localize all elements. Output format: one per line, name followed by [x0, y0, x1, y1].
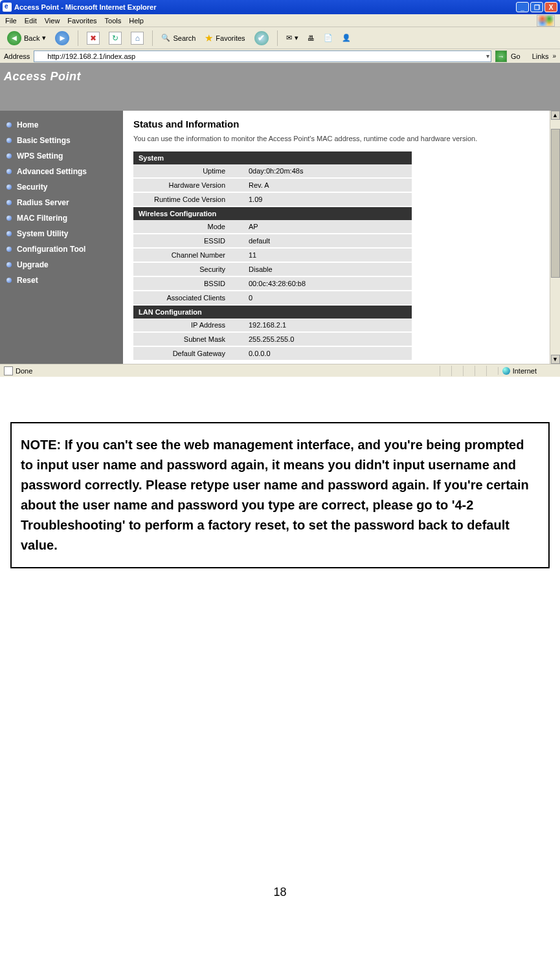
- cell-value: 00:0c:43:28:60:b8: [243, 276, 412, 291]
- close-button[interactable]: X: [544, 2, 557, 12]
- cell-label: Security: [133, 262, 243, 276]
- zone-label: Internet: [513, 367, 537, 375]
- favorites-button[interactable]: ★ Favorites: [201, 30, 248, 46]
- sidebar-item-home[interactable]: Home: [0, 117, 123, 133]
- address-dropdown-icon[interactable]: ▾: [486, 52, 489, 60]
- status-text: Done: [16, 367, 32, 375]
- edit-icon: 📄: [324, 34, 333, 42]
- sidebar-item-radius-server[interactable]: Radius Server: [0, 195, 123, 210]
- menu-tools[interactable]: Tools: [105, 17, 122, 25]
- separator: [152, 30, 153, 46]
- bullet-icon: [6, 247, 12, 252]
- refresh-button[interactable]: ↻: [106, 30, 125, 46]
- scroll-down-icon[interactable]: ▼: [551, 355, 560, 364]
- edit-button[interactable]: 📄: [320, 30, 336, 46]
- dropdown-icon: ▾: [295, 34, 298, 42]
- cell-value: 255.255.255.0: [243, 332, 412, 346]
- bullet-icon: [6, 138, 12, 143]
- section-header: Wireless Configuration: [133, 207, 412, 220]
- star-icon: ★: [205, 32, 213, 44]
- menu-view[interactable]: View: [45, 17, 60, 25]
- links-label[interactable]: Links: [532, 52, 549, 60]
- messenger-button[interactable]: 👤: [339, 30, 354, 46]
- separator: [78, 30, 78, 46]
- bullet-icon: [6, 262, 12, 267]
- status-cell: [486, 366, 498, 376]
- sidebar-item-label: Radius Server: [17, 198, 69, 207]
- search-icon: 🔍: [161, 34, 170, 42]
- sidebar-item-upgrade[interactable]: Upgrade: [0, 257, 123, 273]
- stop-button[interactable]: ✖: [84, 30, 103, 46]
- cell-label: Default Gateway: [133, 346, 243, 361]
- maximize-button[interactable]: ❐: [530, 2, 543, 12]
- address-bar: Address ▾ → Go Links »: [0, 49, 560, 63]
- forward-button[interactable]: ►: [52, 30, 73, 46]
- history-button[interactable]: ✔: [251, 30, 272, 46]
- sidebar-item-label: System Utility: [17, 229, 68, 238]
- cell-label: Hardware Version: [133, 178, 243, 192]
- sidebar-item-reset[interactable]: Reset: [0, 273, 123, 288]
- cell-label: Subnet Mask: [133, 332, 243, 346]
- bullet-icon: [6, 169, 12, 174]
- menu-edit[interactable]: Edit: [25, 17, 37, 25]
- go-button[interactable]: →: [495, 50, 507, 62]
- menu-favorites[interactable]: Favorites: [67, 17, 96, 25]
- sidebar-item-label: MAC Filtering: [17, 214, 67, 223]
- back-button[interactable]: ◄ Back ▾: [4, 30, 49, 46]
- scrollbar[interactable]: ▲ ▼: [550, 111, 560, 364]
- sidebar-item-basic-settings[interactable]: Basic Settings: [0, 133, 123, 148]
- sidebar-item-wps-setting[interactable]: WPS Setting: [0, 148, 123, 164]
- minimize-button[interactable]: _: [516, 2, 529, 12]
- address-label: Address: [4, 52, 30, 60]
- cell-value: 0: [243, 291, 412, 305]
- cell-label: Uptime: [133, 164, 243, 178]
- links-dropdown-icon[interactable]: »: [552, 52, 556, 60]
- scroll-up-icon[interactable]: ▲: [551, 111, 560, 120]
- sidebar-item-label: Upgrade: [17, 260, 49, 269]
- cell-value: 0.0.0.0: [243, 346, 412, 361]
- favorites-label: Favorites: [216, 34, 245, 42]
- window-title: Access Point - Microsoft Internet Explor…: [14, 3, 156, 11]
- sidebar-item-security[interactable]: Security: [0, 179, 123, 195]
- window-titlebar: Access Point - Microsoft Internet Explor…: [0, 0, 560, 14]
- cell-value: 1.09: [243, 192, 412, 207]
- sidebar-item-configuration-tool[interactable]: Configuration Tool: [0, 241, 123, 257]
- status-bar: Done Internet: [0, 364, 560, 377]
- print-button[interactable]: 🖶: [304, 30, 318, 46]
- menu-file[interactable]: File: [5, 17, 17, 25]
- go-label: Go: [511, 52, 521, 60]
- cell-value: 192.168.2.1: [243, 318, 412, 332]
- address-input[interactable]: [34, 50, 491, 62]
- bullet-icon: [6, 184, 12, 190]
- cell-label: ESSID: [133, 234, 243, 248]
- scroll-track[interactable]: [551, 120, 560, 355]
- history-icon: ✔: [254, 31, 269, 45]
- bullet-icon: [6, 216, 12, 221]
- main-content: Status and Information You can use the i…: [123, 111, 550, 364]
- mail-icon: ✉: [286, 34, 292, 42]
- cell-label: BSSID: [133, 276, 243, 291]
- toolbar: ◄ Back ▾ ► ✖ ↻ ⌂ 🔍 Search ★ Favorites ✔ …: [0, 27, 560, 49]
- content-description: You can use the information to monitor t…: [133, 135, 539, 142]
- separator: [277, 30, 278, 46]
- sidebar: Home Basic Settings WPS Setting Advanced…: [0, 111, 123, 364]
- sidebar-item-mac-filtering[interactable]: MAC Filtering: [0, 210, 123, 226]
- bullet-icon: [6, 122, 12, 128]
- sidebar-item-advanced-settings[interactable]: Advanced Settings: [0, 164, 123, 179]
- bullet-icon: [6, 200, 12, 205]
- menu-help[interactable]: Help: [129, 17, 144, 25]
- sidebar-item-label: Home: [17, 120, 38, 129]
- menu-bar: File Edit View Favorites Tools Help: [0, 14, 560, 27]
- refresh-icon: ↻: [109, 32, 122, 45]
- forward-arrow-icon: ►: [55, 31, 69, 45]
- mail-button[interactable]: ✉▾: [283, 30, 302, 46]
- stop-icon: ✖: [87, 32, 100, 45]
- search-button[interactable]: 🔍 Search: [158, 30, 199, 46]
- scroll-thumb[interactable]: [551, 129, 560, 278]
- sidebar-item-system-utility[interactable]: System Utility: [0, 226, 123, 241]
- home-button[interactable]: ⌂: [128, 30, 147, 46]
- print-icon: 🖶: [308, 34, 315, 42]
- cell-value: AP: [243, 220, 412, 234]
- cell-label: Channel Number: [133, 248, 243, 262]
- sidebar-item-label: Reset: [17, 276, 38, 285]
